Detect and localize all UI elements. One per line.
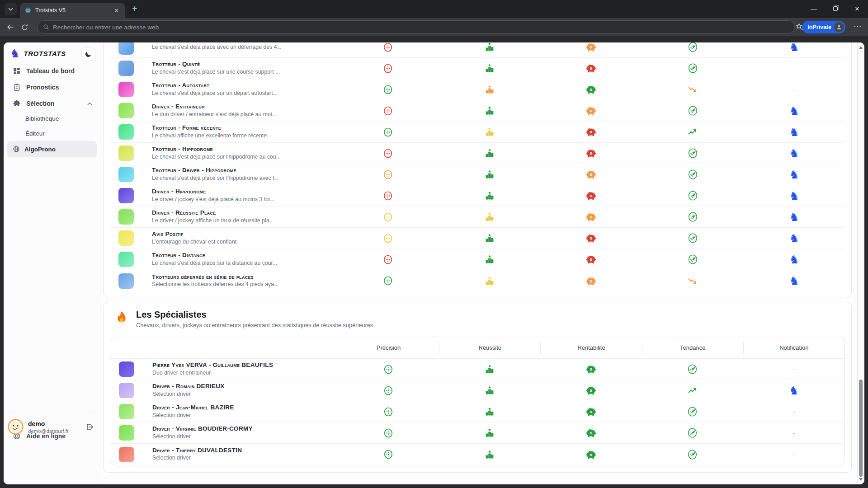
row-description: Sélectionne les trotteurs déferrés des 4…: [152, 281, 278, 288]
notification-knight-icon: ♞: [789, 233, 799, 244]
rentabilite-piggybank-icon: $: [585, 385, 596, 395]
notification-knight-icon: ♞: [789, 127, 799, 138]
algo-row[interactable]: Trotteur - Quinté Le cheval s'est déjà p…: [110, 58, 845, 79]
sidebar-item-tableau-de-bord[interactable]: Tableau de bord: [4, 63, 100, 79]
sidebar-item-algoprono-active[interactable]: AlgoProno: [7, 141, 97, 157]
browser-tab[interactable]: Trotstats V5 ✕: [20, 3, 125, 18]
row-description: Duo driver et entraineur: [152, 370, 273, 377]
reussite-cell: [439, 385, 540, 395]
new-tab-button[interactable]: +: [132, 4, 137, 14]
precision-target-icon: [383, 276, 393, 286]
algo-row[interactable]: Le cheval s'est déjà placé avec un défer…: [110, 42, 845, 58]
reussite-podium-icon: [485, 42, 495, 52]
scrollbar[interactable]: [857, 42, 863, 484]
column-header-empty: [110, 342, 338, 354]
browser-menu-button[interactable]: ⋯: [854, 22, 862, 31]
sidebar-item-editeur[interactable]: Éditeur: [4, 126, 100, 141]
scroll-down-arrow-icon[interactable]: [859, 478, 863, 481]
algo-row[interactable]: Driver - Entraineur Le duo driver / entr…: [110, 100, 845, 122]
algo-color-square: [119, 447, 134, 462]
dark-mode-toggle[interactable]: [81, 47, 95, 61]
reussite-cell: [439, 254, 541, 264]
svg-text:$: $: [590, 236, 592, 240]
window-close-button[interactable]: ✕: [846, 0, 868, 17]
tendance-down-icon: [687, 276, 698, 286]
rentabilite-cell: $: [540, 276, 642, 286]
algo-color-square: [119, 361, 134, 377]
tab-close-icon[interactable]: ✕: [113, 7, 120, 14]
restore-icon: [833, 6, 838, 11]
row-title: Avis Positif: [152, 230, 238, 238]
algo-row[interactable]: Trotteur - Autostart Le cheval s'est déj…: [110, 79, 845, 100]
tendance-rocket-icon: [688, 254, 698, 265]
rentabilite-piggybank-icon: $: [585, 212, 596, 222]
specialist-row[interactable]: Pierre Yves VERVA - Guillaume BEAUFILS D…: [110, 359, 844, 380]
row-title: Driver - Réussite Placé: [152, 209, 274, 217]
specialists-title: Les Spécialistes: [136, 310, 375, 320]
row-name-cell: Driver - Entraineur Le duo driver / entr…: [110, 103, 337, 118]
rentabilite-cell: $: [540, 212, 642, 222]
reussite-cell: [439, 450, 540, 460]
precision-cell: [337, 233, 439, 244]
row-description: Le cheval s'est déjà placé sur l'hippodr…: [152, 175, 278, 182]
algo-row[interactable]: Avis Positif L'entourage du cheval est c…: [110, 228, 845, 249]
reussite-podium-icon: [485, 233, 495, 243]
svg-text:$: $: [590, 88, 592, 92]
algo-row[interactable]: Driver - Réussite Placé Le driver / jock…: [110, 206, 845, 228]
window-minimize-button[interactable]: —: [803, 0, 825, 17]
reussite-cell: [439, 276, 541, 286]
tendance-up-icon: [687, 127, 698, 137]
inprivate-badge[interactable]: InPrivate: [802, 21, 845, 33]
scrollbar-thumb[interactable]: [859, 380, 863, 477]
row-title: Driver - Virginie BOUDIER-CORMY: [152, 425, 253, 433]
scroll-up-arrow-icon[interactable]: [859, 46, 863, 49]
algo-row[interactable]: Trotteur - Forme récente Le cheval affic…: [110, 122, 845, 143]
algo-row[interactable]: Trotteur - Hippodrome Le cheval s'est dé…: [110, 143, 845, 164]
algo-row[interactable]: Trotteurs déferrés en série de places Sé…: [110, 270, 845, 291]
logout-button[interactable]: [85, 423, 94, 433]
row-description: Le driver / jockey s'est déjà placé au m…: [152, 196, 274, 203]
row-title: Driver - Hippodrome: [152, 188, 274, 196]
refresh-button[interactable]: [21, 23, 28, 31]
algo-row[interactable]: Trotteur - Distance Le cheval s'est déjà…: [110, 249, 845, 270]
notification-cell: ♞: [743, 254, 845, 265]
precision-cell: [338, 428, 439, 438]
back-button[interactable]: [6, 23, 14, 31]
reussite-cell: [439, 191, 541, 201]
rentabilite-piggybank-icon: $: [585, 254, 596, 264]
precision-target-icon: [383, 148, 393, 159]
notification-cell: ♞: [743, 190, 845, 202]
tendance-rocket-icon: [687, 364, 698, 375]
svg-text:$: $: [590, 173, 592, 177]
specialist-row[interactable]: Driver - Thierry DUVALDESTIN Sélection d…: [110, 444, 844, 465]
reussite-cell: [439, 148, 541, 158]
notification-cell: ♞: [743, 385, 844, 396]
specialist-row[interactable]: Driver - Romain DERIEUX Sélection driver…: [110, 380, 844, 401]
algo-row[interactable]: Driver - Hippodrome Le driver / jockey s…: [110, 185, 845, 206]
row-title: Driver - Jean-Michel BAZIRE: [152, 404, 234, 412]
sidebar-item-bibliotheque[interactable]: Bibliothèque: [4, 111, 100, 126]
row-title: Trotteurs déferrés en série de places: [152, 273, 278, 281]
address-bar[interactable]: Rechercher ou entrer une adresse web: [37, 20, 795, 34]
precision-target-icon: [383, 233, 393, 244]
reussite-cell: [439, 84, 541, 94]
precision-cell: [338, 364, 439, 375]
user-avatar: [8, 419, 24, 435]
rentabilite-cell: $: [540, 450, 642, 460]
algo-row[interactable]: Trotteur - Driver - Hippodrome Le cheval…: [110, 164, 845, 185]
sidebar-item-pronostics[interactable]: Pronostics: [4, 79, 100, 95]
specialist-row[interactable]: Driver - Jean-Michel BAZIRE Sélection dr…: [110, 401, 844, 422]
column-header-precision: Précision: [338, 342, 439, 354]
sidebar-item-selection[interactable]: Sélection: [4, 95, 100, 112]
window-restore-button[interactable]: [825, 0, 846, 17]
rentabilite-piggybank-icon: $: [585, 191, 596, 201]
tab-search-chevron-icon[interactable]: [5, 3, 17, 15]
rentabilite-piggybank-icon: $: [585, 233, 596, 243]
row-name-cell: Driver - Hippodrome Le driver / jockey s…: [110, 188, 337, 203]
algo-color-square: [118, 103, 134, 118]
specialist-row[interactable]: Driver - Virginie BOUDIER-CORMY Sélectio…: [110, 422, 844, 444]
algorithms-card: Le cheval s'est déjà placé avec un défer…: [103, 42, 852, 297]
tendance-rocket-icon: [688, 233, 698, 244]
algo-color-square: [118, 61, 134, 76]
svg-text:$: $: [590, 151, 592, 155]
